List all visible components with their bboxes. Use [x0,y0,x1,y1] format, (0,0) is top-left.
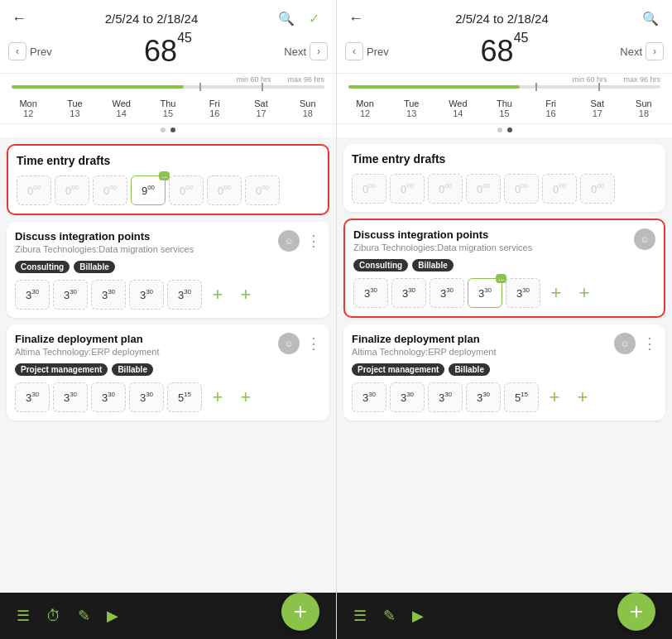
draft-cell-6[interactable]: 000 [245,175,280,205]
next-arrow[interactable]: › [310,42,328,60]
prev-button[interactable]: ‹ Prev [345,42,389,60]
time-cell-1[interactable]: 330 [390,382,425,412]
day-thu[interactable]: Thu 15 [487,98,521,118]
draft-cell-0[interactable]: 000 [352,174,386,204]
day-fri[interactable]: Fri 16 [535,98,568,118]
time-cell-3[interactable]: 330 [466,382,501,412]
day-mon[interactable]: Mon 12 [12,98,45,118]
add-time-button[interactable]: + [233,385,258,410]
nav-icon-3[interactable]: ▶ [107,607,118,625]
day-sun[interactable]: Sun 18 [627,98,660,118]
header-icons: 🔍 ✓ [276,8,324,28]
time-cell-3[interactable]: 330 [129,382,164,412]
add-time-button[interactable]: + [542,385,567,410]
tag-billable: Billable [112,363,153,376]
time-cell-4[interactable]: 515 [504,382,539,412]
day-sun[interactable]: Sun 18 [291,98,324,118]
dot-1[interactable] [507,127,512,132]
draft-cell-4[interactable]: 000 [169,175,204,205]
time-cell-1[interactable]: 330 [53,382,88,412]
draft-cell-2[interactable]: 000 [428,174,463,204]
time-cell-2[interactable]: 330 [91,382,126,412]
day-num: 16 [209,108,219,118]
entry-card-0: Discuss integration pointsZibura Technol… [343,219,665,318]
next-button[interactable]: Next › [620,42,664,60]
prev-label: Prev [367,46,389,58]
next-button[interactable]: Next › [284,42,328,60]
time-cell-0[interactable]: 330 [353,278,388,308]
add-time-button[interactable]: + [570,385,595,410]
day-sat[interactable]: Sat 17 [245,98,278,118]
time-cell-0[interactable]: 330 [352,382,386,412]
add-time-button[interactable]: + [572,281,597,305]
prev-arrow[interactable]: ‹ [345,42,363,60]
day-num: 16 [546,108,556,118]
progress-fill [12,85,184,89]
search-icon[interactable]: 🔍 [276,8,296,28]
bottom-nav: ☰✎▶+ [337,593,672,639]
draft-cell-3[interactable]: ...900 [131,175,166,205]
add-time-button[interactable]: + [205,385,230,410]
back-button[interactable]: ← [12,10,26,27]
day-fri[interactable]: Fri 16 [198,98,231,118]
day-sat[interactable]: Sat 17 [581,98,614,118]
time-cell-4[interactable]: 515 [167,382,202,412]
entry-title: Discuss integration points [353,228,532,241]
time-cell-0[interactable]: 330 [15,382,50,412]
days-row: Mon 12 Tue 13 Wed 14 Thu 15 Fri 16 Sat 1… [337,95,672,124]
entry-tags: Project managementBillable [15,363,321,376]
dot-0[interactable] [497,127,502,132]
day-wed[interactable]: Wed 14 [105,98,138,118]
draft-cell-5[interactable]: 000 [207,175,242,205]
nav-icon-0[interactable]: ☰ [17,607,30,625]
dot-0[interactable] [161,127,166,132]
add-time-button[interactable]: + [233,282,258,307]
day-tue[interactable]: Tue 13 [395,98,428,118]
time-cell-4[interactable]: 330 [506,278,540,308]
time-cell-2[interactable]: 330 [91,280,126,310]
draft-cell-3[interactable]: 000 [466,174,501,204]
nav-icon-2[interactable]: ✎ [78,607,90,625]
nav-icon-2[interactable]: ▶ [412,607,424,625]
draft-cell-5[interactable]: 000 [542,174,577,204]
time-cell-1[interactable]: 330 [53,280,88,310]
day-tue[interactable]: Tue 13 [58,98,91,118]
filter-icon[interactable]: ✓ [305,8,324,28]
search-icon[interactable]: 🔍 [641,8,660,28]
time-cell-3[interactable]: ...330 [468,278,502,308]
entry-menu-icon[interactable]: ⋮ [306,334,321,353]
time-cell-2[interactable]: 330 [428,382,463,412]
draft-cell-0[interactable]: 000 [17,175,51,205]
progress-marker [199,83,201,91]
day-wed[interactable]: Wed 14 [441,98,474,118]
time-cell-4[interactable]: 330 [167,280,202,310]
time-cell-2[interactable]: 330 [430,278,464,308]
add-time-button[interactable]: + [205,282,230,307]
prev-arrow[interactable]: ‹ [8,42,26,60]
day-thu[interactable]: Thu 15 [151,98,185,118]
prev-button[interactable]: ‹ Prev [8,42,52,60]
entry-menu-icon[interactable]: ⋮ [306,232,321,250]
day-mon[interactable]: Mon 12 [348,98,382,118]
draft-cell-6[interactable]: 000 [580,174,615,204]
add-time-button[interactable]: + [544,281,569,305]
dot-1[interactable] [170,127,175,132]
next-arrow[interactable]: › [646,42,664,60]
draft-cell-1[interactable]: 000 [55,175,89,205]
draft-cell-4[interactable]: 000 [504,174,539,204]
draft-cell-1[interactable]: 000 [390,174,425,204]
fab-add-button[interactable]: + [617,593,655,631]
time-cell-1[interactable]: 330 [391,278,426,308]
back-button[interactable]: ← [348,10,363,27]
entry-menu-icon[interactable]: ⋮ [642,334,657,353]
fab-add-button[interactable]: + [281,593,319,631]
time-cell-0[interactable]: 330 [15,280,50,310]
nav-icon-1[interactable]: ⏱ [46,608,61,625]
header-title: 2/5/24 to 2/18/24 [105,12,199,26]
draft-cell-2[interactable]: 000 [93,175,127,205]
tag-project-management: Project management [15,363,108,376]
tag-billable: Billable [74,261,115,273]
time-cell-3[interactable]: 330 [129,280,164,310]
nav-icon-0[interactable]: ☰ [353,607,367,625]
nav-icon-1[interactable]: ✎ [383,607,396,625]
